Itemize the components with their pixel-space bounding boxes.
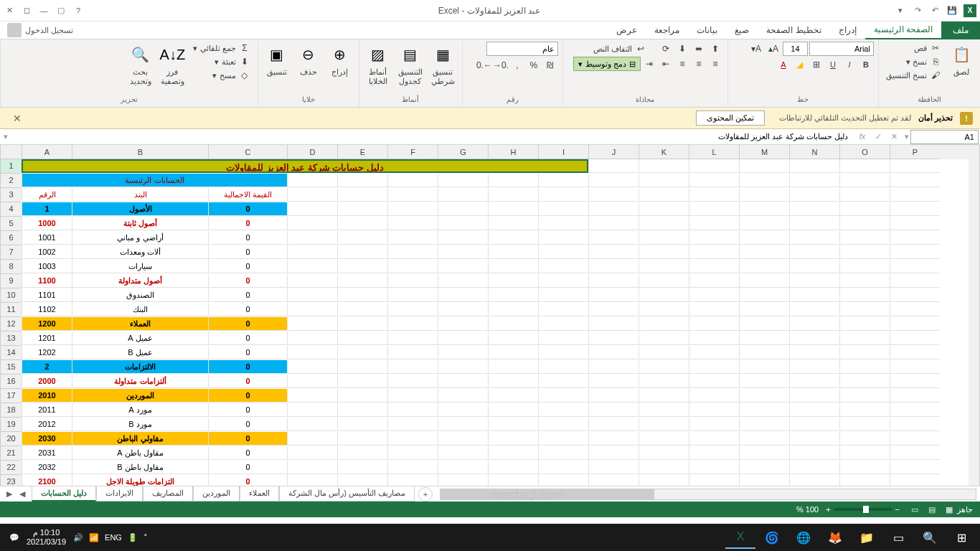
row-header[interactable]: 21 [0, 446, 22, 461]
page-break-view-button[interactable]: ▭ [907, 503, 923, 516]
fill-button[interactable]: ⬇تعبئة ▾ [190, 55, 253, 68]
layout-tab[interactable]: تخطيط الصفحة [758, 22, 829, 39]
border-button[interactable]: ⊞ [809, 57, 824, 72]
percent-icon[interactable]: % [526, 58, 542, 72]
table-row[interactable]: 1002ألات ومعدات07 [0, 245, 969, 260]
task-view-button[interactable]: ▭ [883, 526, 913, 549]
conditional-format-button[interactable]: ▦تنسيق شرطي [428, 42, 458, 88]
col-header-N[interactable]: N [789, 145, 839, 159]
help-icon[interactable]: ? [72, 5, 84, 17]
lang-indicator[interactable]: ENG [105, 533, 122, 542]
align-right-icon[interactable]: ≡ [707, 57, 723, 71]
wrap-text-button[interactable]: ↩التفاف النص [590, 42, 649, 56]
home-tab[interactable]: الصفحة الرئيسية [865, 21, 941, 39]
ribbon-options-icon[interactable]: ▢ [55, 5, 67, 17]
table-row[interactable]: الرقمالبندالقيمة الاجمالية3 [0, 188, 969, 202]
row-header[interactable]: 14 [0, 346, 22, 360]
table-row[interactable]: 1003سيارات08 [0, 260, 969, 274]
sheet-tab[interactable]: الموردين [193, 486, 240, 501]
col-header-B[interactable]: B [72, 145, 208, 159]
firefox-button[interactable]: 🦊 [820, 526, 850, 549]
tab-nav-prev[interactable]: ◀ [17, 489, 28, 499]
view-tab[interactable]: عرض [608, 22, 646, 39]
minimize-icon[interactable]: — [38, 5, 50, 17]
accounting-icon[interactable]: ₪ [542, 58, 558, 72]
col-header-G[interactable]: G [438, 145, 488, 159]
table-row[interactable]: 1202عميل B014 [0, 346, 969, 360]
row-header[interactable]: 16 [0, 375, 22, 389]
table-row[interactable]: 2100التزامات طويلة الاجل023 [0, 475, 969, 486]
indent-decrease-icon[interactable]: ⇤ [658, 57, 674, 71]
col-header-E[interactable]: E [337, 145, 387, 159]
col-header-J[interactable]: J [588, 145, 639, 159]
zoom-control[interactable]: − + [826, 505, 900, 514]
autosum-button[interactable]: Σجمع تلقائي ▾ [190, 42, 253, 55]
table-row[interactable]: دليل حسابات شركة عبد العزيز للمقاولات1 [0, 159, 969, 174]
row-header[interactable]: 18 [0, 403, 22, 418]
paste-button[interactable]: 📋 لصق [947, 42, 976, 78]
table-row[interactable]: 2032مقاول باطن B022 [0, 461, 969, 475]
table-row[interactable]: 1الأصول04 [0, 202, 969, 217]
row-header[interactable]: 1 [0, 159, 22, 174]
table-row[interactable]: 2011مورد A018 [0, 403, 969, 418]
file-tab[interactable]: ملف [941, 22, 980, 39]
row-header[interactable]: 12 [0, 317, 22, 331]
copy-button[interactable]: ⎘نسخ ▾ [883, 55, 944, 68]
row-header[interactable]: 15 [0, 360, 22, 375]
table-row[interactable]: 2000ألتزامات متداولة016 [0, 375, 969, 389]
sheet-tab[interactable]: الايرادات [96, 486, 143, 501]
cell-styles-button[interactable]: ▨أنماط الخلايا [364, 42, 392, 88]
data-tab[interactable]: بيانات [688, 22, 726, 39]
row-header[interactable]: 10 [0, 288, 22, 303]
table-row[interactable]: 1100أصول متداولة09 [0, 274, 969, 288]
vertical-scrollbar[interactable] [969, 145, 980, 486]
merge-center-button[interactable]: ⊟دمج وتوسيط ▾ [573, 57, 641, 71]
enable-content-button[interactable]: تمكين المحتوى [696, 110, 765, 126]
number-format-select[interactable] [486, 42, 558, 56]
table-row[interactable]: 2الالتزامات015 [0, 360, 969, 375]
enter-formula-button[interactable]: ✓ [871, 132, 885, 141]
insert-tab[interactable]: إدراج [830, 22, 865, 39]
close-icon[interactable]: ✕ [4, 5, 15, 17]
format-table-button[interactable]: ▤التنسيق كجدول [395, 42, 425, 88]
row-header[interactable]: 20 [0, 432, 22, 446]
row-header[interactable]: 8 [0, 260, 22, 274]
orientation-icon[interactable]: ⟳ [658, 42, 674, 56]
horizontal-scrollbar[interactable] [440, 489, 976, 500]
row-header[interactable]: 5 [0, 217, 22, 231]
table-row[interactable]: 2030مقاولي الباطن020 [0, 432, 969, 446]
col-header-A[interactable]: A [22, 145, 72, 159]
start-button[interactable]: ⊞ [946, 526, 976, 549]
formulas-tab[interactable]: صيغ [726, 22, 758, 39]
col-header-H[interactable]: H [488, 145, 538, 159]
row-header[interactable]: 6 [0, 231, 22, 245]
page-layout-view-button[interactable]: ▤ [924, 503, 940, 516]
warning-close-button[interactable]: ✕ [7, 113, 27, 124]
sort-filter-button[interactable]: A↓Zفرز وتصفية [158, 42, 187, 88]
delete-cells-button[interactable]: ⊖حذف [294, 42, 323, 78]
zoom-slider[interactable] [834, 508, 892, 511]
row-header[interactable]: 22 [0, 461, 22, 475]
column-headers[interactable]: ABCDEFGHIJKLMNOP [22, 145, 969, 159]
row-header[interactable]: 19 [0, 418, 22, 432]
insert-cells-button[interactable]: ⊕إدراج [326, 42, 354, 78]
volume-icon[interactable]: 🔊 [73, 533, 83, 542]
font-color-button[interactable]: A [776, 57, 791, 72]
signin-link[interactable]: تسجيل الدخول [0, 23, 80, 37]
select-all-corner[interactable] [0, 145, 22, 159]
row-header[interactable]: 23 [0, 475, 22, 486]
cut-button[interactable]: ✂قص [883, 42, 944, 55]
zoom-in-button[interactable]: + [826, 505, 830, 514]
table-row[interactable]: الحسابات الرئيسية2 [0, 174, 969, 188]
col-header-D[interactable]: D [287, 145, 337, 159]
row-header[interactable]: 9 [0, 274, 22, 288]
row-header[interactable]: 2 [0, 174, 22, 188]
tray-time[interactable]: 10:10 م [27, 528, 66, 537]
formula-input[interactable] [11, 130, 852, 144]
normal-view-button[interactable]: ▦ [941, 503, 957, 516]
find-select-button[interactable]: 🔍بحث وتحديد [126, 42, 155, 88]
table-row[interactable]: 1102البنك011 [0, 303, 969, 317]
row-header[interactable]: 3 [0, 188, 22, 202]
table-row[interactable]: 1101الصندوق010 [0, 288, 969, 303]
maximize-icon[interactable]: ◻ [21, 5, 32, 17]
